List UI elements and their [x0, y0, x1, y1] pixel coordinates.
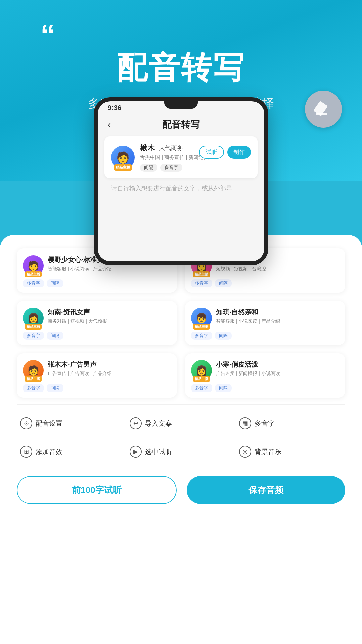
vc-tag1-5: 多音字 [191, 384, 212, 392]
vc-tags-3: 多音字 间隔 [191, 332, 339, 340]
vc-info-4: 张木木·广告男声 广告宣传 | 广告阅读 | 产品介绍 [48, 360, 112, 377]
vc-tag1-4: 多音字 [23, 384, 44, 392]
toolbar: ⊙ 配音设置 ↩ 导入文案 ▦ 多音字 ⊞ 添加音效 ▶ 选中试听 ◎ 背景音乐 [0, 405, 362, 469]
vc-tag1-2: 多音字 [23, 332, 44, 340]
toolbar-label-4: 选中试听 [145, 447, 172, 456]
vc-avatar-5: 👩 精品主播 [191, 360, 212, 381]
phone-frame: 9:36 ‹ 配音转写 🧑 精品主播 楸木 大气商务 舌尖中国 | 商务宣传 |… [94, 97, 268, 265]
toolbar-icon-0: ⊙ [20, 417, 32, 429]
toolbar-item-5[interactable]: ◎ 背景音乐 [239, 441, 342, 462]
vc-info-2: 知南·资讯女声 商务对话 | 短视频 | 天气预报 [48, 308, 107, 325]
toolbar-icon-4: ▶ [130, 446, 142, 458]
vc-name-4: 张木木·广告男声 [48, 360, 112, 369]
voice-chip-row: 间隔 多音字 [140, 164, 251, 172]
toolbar-item-3[interactable]: ⊞ 添加音效 [20, 441, 123, 462]
toolbar-item-0[interactable]: ⊙ 配音设置 [20, 413, 123, 434]
vc-badge-5: 精品主播 [193, 376, 210, 382]
toolbar-item-1[interactable]: ↩ 导入文案 [130, 413, 232, 434]
toolbar-label-1: 导入文案 [145, 419, 172, 428]
back-button[interactable]: ‹ [108, 119, 111, 130]
phone-content: 🧑 精品主播 楸木 大气商务 舌尖中国 | 商务宣传 | 新闻纪实 间隔 多音字 [98, 136, 264, 198]
phone-mockup: 9:36 ‹ 配音转写 🧑 精品主播 楸木 大气商务 舌尖中国 | 商务宣传 |… [84, 97, 278, 285]
chip-interval: 间隔 [140, 164, 157, 172]
vc-badge-0: 精品主播 [25, 271, 42, 277]
toolbar-item-4[interactable]: ▶ 选中试听 [130, 441, 232, 462]
vc-info-5: 小寒·俏皮活泼 广告叫卖 | 新闻播报 | 小说阅读 [216, 360, 280, 377]
preview-button[interactable]: 前100字试听 [17, 476, 177, 504]
vc-avatar-2: 👩 精品主播 [23, 308, 44, 328]
vc-info-3: 知琪·自然亲和 智能客服 | 小说阅读 | 产品介绍 [216, 308, 280, 325]
voice-btn-row: 试听 制作 [199, 146, 251, 159]
vc-tag2-4: 间隔 [47, 384, 63, 392]
vc-top: 👩 精品主播 知南·资讯女声 商务对话 | 短视频 | 天气预报 [23, 308, 171, 328]
voice-card-5[interactable]: 👩 精品主播 小寒·俏皮活泼 广告叫卖 | 新闻播报 | 小说阅读 多音字 间隔 [185, 353, 345, 398]
voice-name: 楸木 [140, 143, 155, 153]
vc-badge-2: 精品主播 [25, 324, 42, 330]
voice-card-2[interactable]: 👩 精品主播 知南·资讯女声 商务对话 | 短视频 | 天气预报 多音字 间隔 [17, 301, 177, 345]
vc-desc-4: 广告宣传 | 广告阅读 | 产品介绍 [48, 370, 112, 377]
vc-top: 🧑 精品主播 张木木·广告男声 广告宣传 | 广告阅读 | 产品介绍 [23, 360, 171, 381]
vc-top: 👦 精品主播 知琪·自然亲和 智能客服 | 小说阅读 | 产品介绍 [191, 308, 339, 328]
main-avatar: 🧑 精品主播 [111, 146, 135, 169]
bottom-area: 🧑 精品主播 樱野少女心·标准女声 智能客服 | 小说阅读 | 产品介绍 多音字… [0, 235, 362, 644]
vc-tags-4: 多音字 间隔 [23, 384, 171, 392]
voice-style: 大气商务 [159, 144, 183, 152]
input-hint: 请自行输入想要进行配音的文字，或从外部导 [104, 178, 258, 198]
vc-tag1-3: 多音字 [191, 332, 212, 340]
vc-name-5: 小寒·俏皮活泼 [216, 360, 280, 369]
vc-tag2-5: 间隔 [215, 384, 232, 392]
voice-card-3[interactable]: 👦 精品主播 知琪·自然亲和 智能客服 | 小说阅读 | 产品介绍 多音字 间隔 [185, 301, 345, 345]
vc-name-2: 知南·资讯女声 [48, 308, 107, 317]
vc-top: 👩 精品主播 小寒·俏皮活泼 广告叫卖 | 新闻播报 | 小说阅读 [191, 360, 339, 381]
toolbar-label-0: 配音设置 [36, 419, 62, 428]
save-button[interactable]: 保存音频 [187, 476, 345, 504]
toolbar-item-2[interactable]: ▦ 多音字 [239, 413, 342, 434]
phone-page-title: 配音转写 [162, 118, 200, 131]
chip-polyphone: 多音字 [160, 164, 182, 172]
vc-badge-3: 精品主播 [193, 324, 210, 330]
vc-desc-5: 广告叫卖 | 新闻播报 | 小说阅读 [216, 370, 280, 377]
toolbar-icon-1: ↩ [130, 417, 142, 429]
svg-rect-1 [316, 113, 327, 115]
main-voice-card: 🧑 精品主播 楸木 大气商务 舌尖中国 | 商务宣传 | 新闻纪实 间隔 多音字 [104, 136, 258, 178]
vc-name-3: 知琪·自然亲和 [216, 308, 280, 317]
vc-tag1-0: 多音字 [23, 279, 44, 287]
quote-mark: “ [40, 20, 55, 50]
bottom-buttons: 前100字试听 保存音频 [0, 469, 362, 514]
phone-notch [164, 101, 198, 109]
vc-avatar-4: 🧑 精品主播 [23, 360, 44, 381]
toolbar-icon-2: ▦ [239, 417, 251, 429]
voice-card-4[interactable]: 🧑 精品主播 张木木·广告男声 广告宣传 | 广告阅读 | 产品介绍 多音字 间… [17, 353, 177, 398]
vc-tag2-0: 间隔 [47, 279, 63, 287]
listen-button[interactable]: 试听 [199, 146, 224, 159]
vc-tag2-2: 间隔 [47, 332, 63, 340]
hero-title: 配音转写 [117, 47, 245, 89]
vc-desc-2: 商务对话 | 短视频 | 天气预报 [48, 318, 107, 325]
vc-tags-2: 多音字 间隔 [23, 332, 171, 340]
vc-tags-5: 多音字 间隔 [191, 384, 339, 392]
vc-avatar-0: 🧑 精品主播 [23, 255, 44, 276]
toolbar-icon-5: ◎ [239, 446, 251, 458]
toolbar-label-2: 多音字 [255, 419, 275, 428]
edit-icon-circle[interactable] [305, 91, 342, 128]
vc-desc-3: 智能客服 | 小说阅读 | 产品介绍 [216, 318, 280, 325]
main-avatar-badge: 精品主播 [114, 164, 132, 171]
toolbar-label-3: 添加音效 [36, 447, 62, 456]
make-button[interactable]: 制作 [227, 146, 251, 159]
toolbar-label-5: 背景音乐 [255, 447, 281, 456]
vc-tag2-3: 间隔 [215, 332, 232, 340]
vc-badge-4: 精品主播 [25, 376, 42, 382]
vc-avatar-3: 👦 精品主播 [191, 308, 212, 328]
toolbar-icon-3: ⊞ [20, 446, 32, 458]
